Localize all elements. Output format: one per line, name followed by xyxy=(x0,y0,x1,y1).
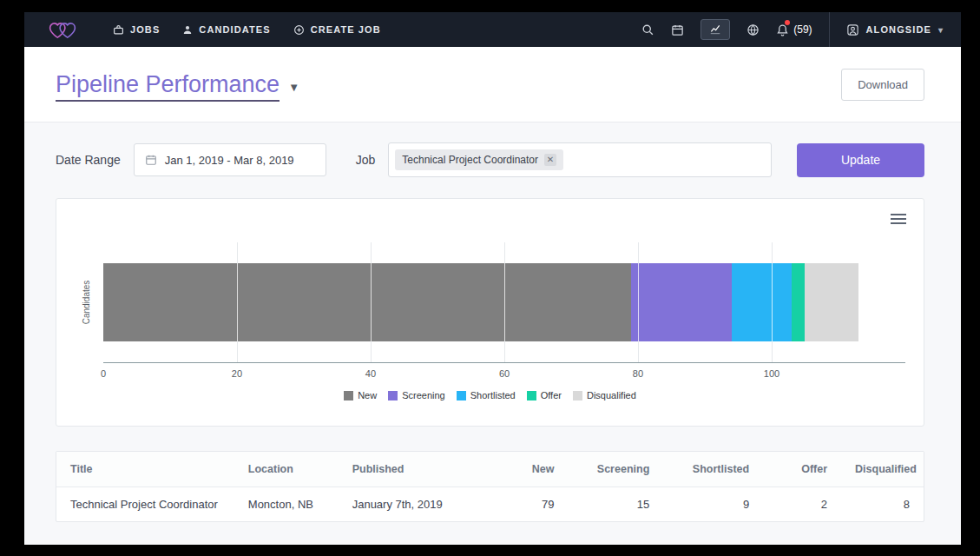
x-tick-label: 40 xyxy=(365,368,376,379)
x-tick-label: 80 xyxy=(633,368,643,379)
x-tick-label: 20 xyxy=(232,368,242,379)
hearts-logo-icon xyxy=(47,20,78,40)
date-range-input[interactable]: Jan 1, 2019 - Mar 8, 2019 xyxy=(134,143,326,176)
column-header-shortlisted: Shortlisted xyxy=(663,452,763,487)
gridline-overlay xyxy=(504,263,505,341)
legend-item-new[interactable]: New xyxy=(344,390,377,400)
download-button[interactable]: Download xyxy=(841,69,924,101)
bar-segment-shortlisted[interactable] xyxy=(732,263,792,341)
table-header-row: TitleLocationPublishedNewScreeningShortl… xyxy=(56,452,924,487)
x-tick-label: 60 xyxy=(499,368,510,379)
chart-menu-icon[interactable] xyxy=(891,214,906,227)
user-box-icon xyxy=(846,23,859,36)
update-button[interactable]: Update xyxy=(797,143,924,177)
briefcase-icon xyxy=(113,24,124,36)
column-header-published: Published xyxy=(339,452,486,487)
calendar-icon[interactable] xyxy=(671,23,684,36)
bar-segment-disqualified[interactable] xyxy=(805,263,858,341)
legend-swatch xyxy=(457,391,466,400)
remove-tag-icon[interactable]: ✕ xyxy=(544,154,556,166)
legend-swatch xyxy=(527,391,536,400)
legend-swatch xyxy=(573,391,582,400)
calendar-icon xyxy=(145,154,157,166)
job-tag-chip: Technical Project Coordinator ✕ xyxy=(395,149,563,170)
account-menu[interactable]: ALONGSIDE ▾ xyxy=(846,23,944,36)
column-header-location: Location xyxy=(234,452,339,487)
plus-circle-icon xyxy=(293,24,305,36)
nav-jobs-label: JOBS xyxy=(130,24,160,35)
legend-label: New xyxy=(358,390,377,400)
table-cell: 2 xyxy=(763,487,841,522)
filters-bar: Date Range Jan 1, 2019 - Mar 8, 2019 Job… xyxy=(56,142,924,177)
notifications-button[interactable]: (59) xyxy=(776,23,812,36)
table-row[interactable]: Technical Project CoordinatorMoncton, NB… xyxy=(56,487,924,522)
table-cell: Moncton, NB xyxy=(234,487,339,522)
gridline-overlay xyxy=(772,263,773,341)
date-range-value: Jan 1, 2019 - Mar 8, 2019 xyxy=(165,154,294,167)
legend-swatch xyxy=(344,391,353,400)
column-header-screening: Screening xyxy=(568,452,663,487)
bar-segment-new[interactable] xyxy=(103,263,631,341)
account-label: ALONGSIDE xyxy=(866,24,931,35)
bar-segment-screening[interactable] xyxy=(631,263,732,341)
search-icon[interactable] xyxy=(641,23,654,36)
job-label: Job xyxy=(356,153,376,167)
nav-candidates-label: CANDIDATES xyxy=(199,24,270,35)
gridline-overlay xyxy=(638,263,639,341)
gridline-overlay xyxy=(237,263,238,341)
legend-item-shortlisted[interactable]: Shortlisted xyxy=(457,390,516,400)
legend-item-screening[interactable]: Screening xyxy=(388,390,445,400)
nav-create-job-label: CREATE JOB xyxy=(311,24,381,35)
report-selector[interactable]: Pipeline Performance ▼ xyxy=(56,71,299,98)
x-tick-label: 100 xyxy=(764,368,779,379)
chart-legend: NewScreeningShortlistedOfferDisqualified xyxy=(56,390,924,400)
x-axis-ticks: 020406080100 xyxy=(103,368,905,381)
line-chart-icon[interactable] xyxy=(700,19,730,40)
legend-label: Offer xyxy=(541,390,562,400)
legend-item-offer[interactable]: Offer xyxy=(527,390,562,400)
job-tag-label: Technical Project Coordinator xyxy=(402,154,538,166)
table-body: Technical Project CoordinatorMoncton, NB… xyxy=(56,487,924,522)
content-area: Date Range Jan 1, 2019 - Mar 8, 2019 Job… xyxy=(24,122,961,545)
job-select-input[interactable]: Technical Project Coordinator ✕ xyxy=(388,142,772,177)
gridline-overlay xyxy=(371,263,372,341)
notification-dot xyxy=(785,20,790,25)
person-icon xyxy=(182,24,193,36)
legend-item-disqualified[interactable]: Disqualified xyxy=(573,390,636,400)
nav-left: JOBS CANDIDATES CREATE JOB xyxy=(24,20,381,40)
legend-label: Shortlisted xyxy=(470,390,516,400)
column-header-disqualified: Disqualified xyxy=(841,452,924,487)
table-cell: 15 xyxy=(568,487,663,522)
bell-icon xyxy=(776,23,789,36)
table-cell: 9 xyxy=(663,487,763,522)
y-axis-label: Candidates xyxy=(82,281,91,325)
app-window: JOBS CANDIDATES CREATE JOB xyxy=(24,12,961,545)
table-cell: January 7th, 2019 xyxy=(339,487,486,522)
results-table-card: TitleLocationPublishedNewScreeningShortl… xyxy=(56,451,924,522)
legend-swatch xyxy=(388,391,398,400)
legend-label: Screening xyxy=(402,390,445,400)
results-table: TitleLocationPublishedNewScreeningShortl… xyxy=(56,452,924,521)
column-header-offer: Offer xyxy=(763,452,841,487)
column-header-new: New xyxy=(486,452,569,487)
pipeline-chart-card: Candidates 020406080100 NewScreeningShor… xyxy=(56,198,924,427)
top-navbar: JOBS CANDIDATES CREATE JOB xyxy=(24,12,961,47)
x-tick-label: 0 xyxy=(101,368,106,379)
nav-right: (59) ALONGSIDE ▾ xyxy=(641,12,961,47)
bar-segment-offer[interactable] xyxy=(792,263,805,341)
legend-label: Disqualified xyxy=(587,390,636,400)
table-cell: 79 xyxy=(486,487,569,522)
page-title: Pipeline Performance xyxy=(56,71,280,98)
nav-divider xyxy=(829,12,830,47)
table-cell: 8 xyxy=(841,487,924,522)
globe-icon[interactable] xyxy=(747,23,760,36)
title-caret-icon: ▼ xyxy=(288,81,299,94)
nav-item-candidates[interactable]: CANDIDATES xyxy=(182,24,270,36)
page-header: Pipeline Performance ▼ Download xyxy=(24,47,961,122)
date-range-label: Date Range xyxy=(56,153,121,167)
chevron-down-icon: ▾ xyxy=(938,25,944,35)
nav-item-create-job[interactable]: CREATE JOB xyxy=(293,24,381,36)
brand-logo[interactable] xyxy=(47,20,78,40)
nav-item-jobs[interactable]: JOBS xyxy=(113,24,160,36)
notification-count: (59) xyxy=(793,23,812,36)
